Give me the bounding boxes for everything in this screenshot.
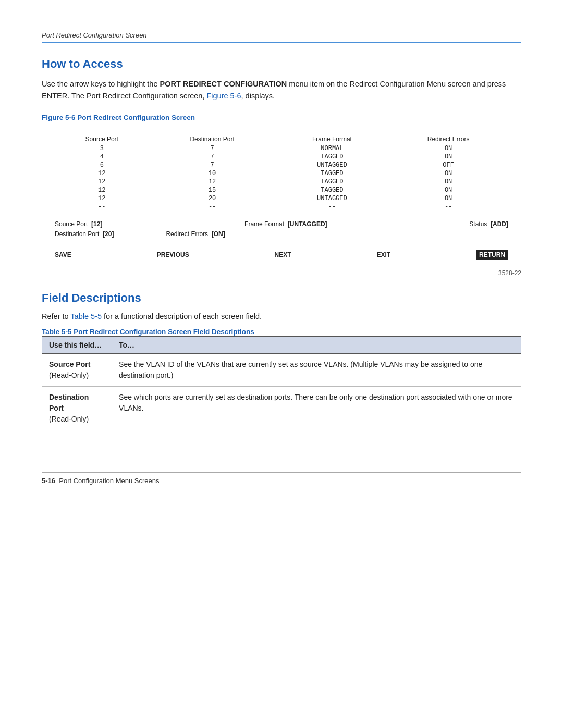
btn-return[interactable]: RETURN <box>476 250 508 260</box>
intro-text-1: Use the arrow keys to highlight the <box>42 80 160 88</box>
refer-text-1: Refer to <box>42 312 70 320</box>
screen-table-cell: -- <box>55 203 149 211</box>
screen-table-row: 1215TAGGEDON <box>55 186 508 194</box>
footer: 5-16 Port Configuration Menu Screens <box>42 472 521 485</box>
btn-save[interactable]: SAVE <box>55 251 71 258</box>
screen-bottom-bar: SAVE PREVIOUS NEXT EXIT RETURN <box>55 246 508 260</box>
screen-table: Source Port Destination Port Frame Forma… <box>55 135 508 211</box>
refer-text-2: for a functional description of each scr… <box>102 312 262 320</box>
screen-table-cell: 7 <box>149 153 275 161</box>
screen-table-cell: TAGGED <box>276 178 388 186</box>
footer-text: Port Configuration Menu Screens <box>59 477 159 485</box>
screen-table-row: 47TAGGEDON <box>55 153 508 161</box>
screen-table-row: 1220UNTAGGEDON <box>55 194 508 203</box>
screen-table-cell: UNTAGGED <box>276 161 388 169</box>
btn-exit[interactable]: EXIT <box>376 251 390 258</box>
screen-table-cell: 12 <box>55 194 149 203</box>
screen-table-cell: 15 <box>149 186 275 194</box>
screen-table-cell: 7 <box>149 161 275 169</box>
how-to-access-heading: How to Access <box>42 57 521 71</box>
screen-table-row: 67UNTAGGEDOFF <box>55 161 508 169</box>
screen-box: Source Port Destination Port Frame Forma… <box>42 127 521 266</box>
screen-table-cell: ON <box>388 178 508 186</box>
field-descriptions-heading: Field Descriptions <box>42 291 521 305</box>
btn-next[interactable]: NEXT <box>275 251 291 258</box>
screen-table-cell: NORMAL <box>276 144 388 153</box>
screen-table-cell: 12 <box>55 178 149 186</box>
col-frame-format: Frame Format <box>276 135 388 144</box>
screen-table-cell: UNTAGGED <box>276 194 388 203</box>
screen-table-cell: ON <box>388 169 508 178</box>
screen-table-cell: 12 <box>55 169 149 178</box>
sf-frame-format: Frame Format [UNTAGGED] <box>244 220 327 228</box>
screen-table-cell: 3 <box>55 144 149 153</box>
screen-table-cell: TAGGED <box>276 186 388 194</box>
figure-caption: Figure 5-6 Port Redirect Configuration S… <box>42 114 521 121</box>
table-row: Destination Port(Read-Only)See which por… <box>42 387 521 430</box>
screen-table-row: -------- <box>55 203 508 211</box>
field-name-cell: Source Port(Read-Only) <box>42 354 112 387</box>
screen-table-cell: -- <box>388 203 508 211</box>
screen-table-cell: 4 <box>55 153 149 161</box>
sf-status: Status [ADD] <box>469 220 508 228</box>
screen-table-cell: 7 <box>149 144 275 153</box>
intro-text-3: , displays. <box>241 92 275 100</box>
screen-table-row: 1212TAGGEDON <box>55 178 508 186</box>
bold-menu-item: PORT REDIRECT CONFIGURATION <box>160 80 287 88</box>
screen-table-cell: ON <box>388 194 508 203</box>
top-divider <box>42 42 521 43</box>
screen-table-row: 37NORMALON <box>55 144 508 153</box>
col-source-port: Source Port <box>55 135 149 144</box>
screen-table-cell: 10 <box>149 169 275 178</box>
btn-previous[interactable]: PREVIOUS <box>157 251 189 258</box>
desc-col-desc: To… <box>112 336 521 354</box>
screen-table-cell: -- <box>276 203 388 211</box>
screen-table-row: 1210TAGGEDON <box>55 169 508 178</box>
screen-table-cell: ON <box>388 144 508 153</box>
table-5-5-link[interactable]: Table 5-5 <box>70 312 102 320</box>
screen-table-cell: ON <box>388 153 508 161</box>
screen-table-cell: TAGGED <box>276 169 388 178</box>
table-caption: Table 5-5 Port Redirect Configuration Sc… <box>42 328 521 336</box>
field-desc-table: Use this field… To… Source Port(Read-Onl… <box>42 336 521 430</box>
table-row: Source Port(Read-Only)See the VLAN ID of… <box>42 354 521 387</box>
top-label: Port Redirect Configuration Screen <box>42 31 521 39</box>
sf-redirect-errors: Redirect Errors [ON] <box>166 230 225 238</box>
field-desc-cell: See which ports are currently set as des… <box>112 387 521 430</box>
sf-source-port: Source Port [12] <box>55 220 102 228</box>
screen-table-cell: 6 <box>55 161 149 169</box>
desc-table-header-row: Use this field… To… <box>42 336 521 354</box>
footer-page-num: 5-16 <box>42 477 55 485</box>
refer-paragraph: Refer to Table 5-5 for a functional desc… <box>42 312 521 320</box>
screen-table-cell: OFF <box>388 161 508 169</box>
col-dest-port: Destination Port <box>149 135 275 144</box>
screen-table-cell: TAGGED <box>276 153 388 161</box>
screen-table-cell: 12 <box>149 178 275 186</box>
col-redirect-errors: Redirect Errors <box>388 135 508 144</box>
figure-number: 3528-22 <box>42 269 521 277</box>
field-desc-cell: See the VLAN ID of the VLANs that are cu… <box>112 354 521 387</box>
field-name-cell: Destination Port(Read-Only) <box>42 387 112 430</box>
figure-5-6-link[interactable]: Figure 5-6 <box>206 92 241 100</box>
screen-table-cell: -- <box>149 203 275 211</box>
screen-table-cell: 12 <box>55 186 149 194</box>
desc-col-field: Use this field… <box>42 336 112 354</box>
sf-dest-port: Destination Port [20] <box>55 230 114 238</box>
screen-table-cell: ON <box>388 186 508 194</box>
screen-table-header-row: Source Port Destination Port Frame Forma… <box>55 135 508 144</box>
how-to-access-intro: Use the arrow keys to highlight the PORT… <box>42 78 521 102</box>
screen-table-cell: 20 <box>149 194 275 203</box>
